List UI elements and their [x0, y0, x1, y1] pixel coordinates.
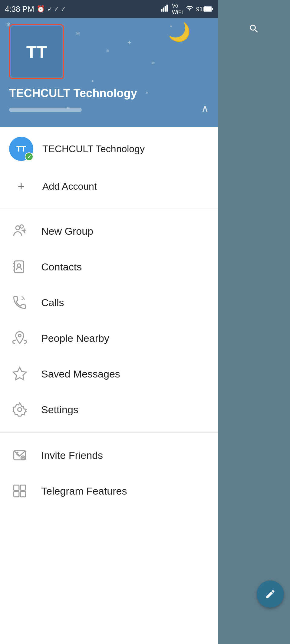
vo-wifi-label: VoWiFi [172, 3, 183, 15]
check-icons: ✓ ✓ ✓ [47, 5, 66, 13]
telegram-features-label: Telegram Features [41, 485, 127, 497]
active-checkmark: ✓ [25, 152, 33, 161]
svg-point-14 [18, 334, 21, 337]
header-avatar-container[interactable]: TT [9, 24, 64, 79]
header-username: TECHCULT Technology [9, 87, 137, 100]
calls-icon [9, 292, 30, 313]
snowflake-deco: ✦ [127, 39, 132, 46]
bottom-section: Invite Friends Telegram Features [0, 433, 218, 514]
active-account-item[interactable]: TT ✓ TECHCULT Technology [0, 130, 218, 168]
add-icon: + [9, 174, 33, 198]
invite-friends-icon [9, 445, 30, 466]
svg-point-16 [18, 408, 22, 412]
header-progress-bar [9, 108, 82, 112]
snowflake-deco: ❄ [151, 60, 155, 65]
telegram-features-icon [9, 480, 30, 502]
alarm-icon: ⏰ [37, 5, 45, 13]
add-account-label: Add Account [42, 181, 97, 192]
menu-item-people-nearby[interactable]: People Nearby [0, 320, 218, 356]
svg-rect-24 [20, 492, 25, 497]
add-account-item[interactable]: + Add Account [0, 168, 218, 205]
contacts-label: Contacts [41, 261, 82, 273]
svg-point-10 [17, 264, 21, 267]
new-group-label: New Group [41, 225, 93, 237]
status-right: VoWiFi 91 [161, 3, 213, 15]
status-left: 4:38 PM ⏰ ✓ ✓ ✓ [5, 5, 66, 14]
menu-item-saved-messages[interactable]: Saved Messages [0, 356, 218, 392]
saved-messages-icon [9, 363, 30, 384]
svg-rect-3 [166, 5, 168, 11]
moon-icon: 🌙 [168, 21, 191, 43]
svg-rect-21 [14, 485, 19, 490]
svg-rect-5 [204, 7, 211, 11]
settings-label: Settings [41, 404, 78, 416]
menu-item-contacts[interactable]: Contacts [0, 249, 218, 285]
right-panel [218, 0, 290, 644]
people-nearby-label: People Nearby [41, 332, 109, 344]
drawer-header: ❄ ❄ ✦ ❄ ❄ ✦ ❄ ❄ ✦ 🌙 TT TECHCULT Technolo… [0, 0, 218, 127]
menu-item-new-group[interactable]: New Group [0, 213, 218, 249]
menu-item-settings[interactable]: Settings [0, 392, 218, 427]
menu-section: New Group Contacts [0, 208, 218, 433]
battery-icon: 91 [196, 6, 213, 13]
invite-friends-label: Invite Friends [41, 449, 103, 461]
snowflake-deco: ❄ [106, 48, 110, 53]
menu-item-calls[interactable]: Calls [0, 285, 218, 320]
status-bar: 4:38 PM ⏰ ✓ ✓ ✓ VoWiFi 91 [0, 0, 218, 18]
menu-item-telegram-features[interactable]: Telegram Features [0, 473, 218, 509]
search-icon[interactable] [246, 21, 262, 36]
time-display: 4:38 PM [5, 5, 34, 14]
new-group-icon [9, 221, 30, 242]
svg-rect-6 [212, 8, 213, 10]
svg-rect-22 [20, 485, 25, 490]
saved-messages-label: Saved Messages [41, 368, 120, 380]
svg-rect-0 [161, 9, 163, 11]
svg-marker-15 [13, 367, 26, 380]
account-name: TECHCULT Technology [42, 143, 145, 155]
calls-label: Calls [41, 297, 64, 309]
svg-rect-1 [163, 8, 164, 12]
wifi-icon [185, 5, 194, 14]
drawer: 4:38 PM ⏰ ✓ ✓ ✓ VoWiFi 91 [0, 0, 218, 644]
settings-icon [9, 399, 30, 420]
svg-rect-23 [14, 492, 19, 497]
menu-item-invite-friends[interactable]: Invite Friends [0, 437, 218, 473]
snowflake-deco: ❄ [145, 91, 148, 95]
compose-fab[interactable] [257, 580, 284, 608]
chevron-up-icon[interactable]: ∧ [201, 102, 209, 115]
account-section: TT ✓ TECHCULT Technology + Add Account [0, 127, 218, 208]
svg-point-7 [16, 226, 20, 230]
snowflake-deco: ✦ [91, 79, 94, 83]
svg-point-8 [20, 225, 23, 228]
header-avatar: TT [11, 26, 62, 77]
signal-icon [161, 5, 170, 14]
snowflake-deco: ❄ [76, 30, 80, 37]
svg-rect-2 [164, 6, 166, 12]
account-avatar: TT ✓ [9, 137, 33, 161]
people-nearby-icon [9, 328, 30, 349]
contacts-icon [9, 256, 30, 277]
